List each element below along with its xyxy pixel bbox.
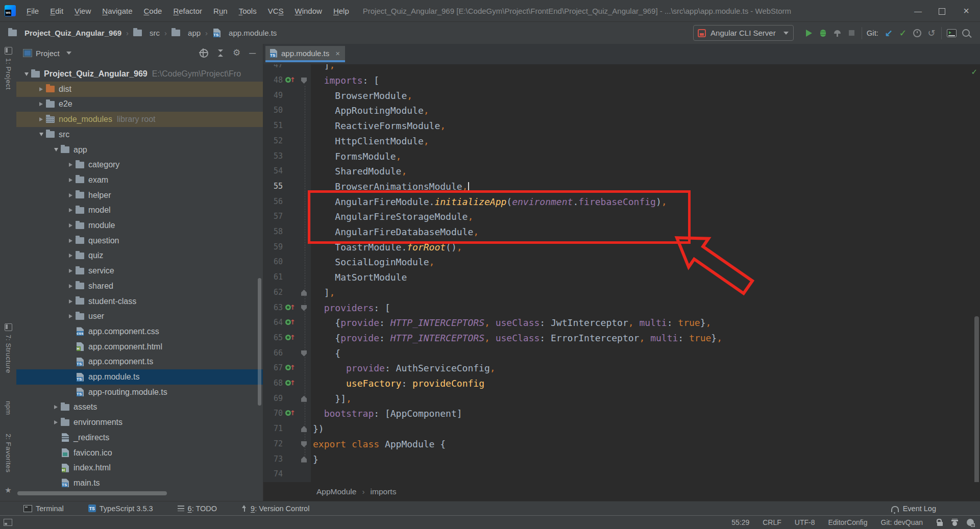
override-gutter-icon[interactable]: ↑	[285, 410, 296, 416]
code-line-49[interactable]: 49 BrowserModule,	[263, 88, 980, 104]
code-line-64[interactable]: 64↑ {provide: HTTP_INTERCEPTORS, useClas…	[263, 315, 980, 331]
collapsed-arrow-icon[interactable]	[69, 163, 72, 167]
tree-item-model[interactable]: model	[16, 203, 263, 218]
run-button[interactable]	[802, 27, 816, 40]
override-gutter-icon[interactable]: ↑	[285, 305, 296, 310]
line-separator[interactable]: CRLF	[763, 518, 781, 526]
fold-marker-icon[interactable]	[301, 78, 307, 84]
tree-vertical-scrollbar[interactable]	[258, 278, 261, 406]
tree-item-service[interactable]: service	[16, 263, 263, 279]
tree-item-main-ts[interactable]: TSmain.ts	[16, 475, 263, 491]
tree-item-category[interactable]: category	[16, 157, 263, 172]
tree-item-app[interactable]: app	[16, 142, 263, 158]
tree-horizontal-scrollbar[interactable]	[17, 491, 167, 495]
collapsed-arrow-icon[interactable]	[69, 223, 72, 228]
menu-view[interactable]: View	[69, 7, 96, 15]
override-gutter-icon[interactable]: ↑	[285, 335, 296, 340]
code-line-63[interactable]: 63↑ providers: [	[263, 300, 980, 316]
collapsed-arrow-icon[interactable]	[69, 254, 72, 258]
collapsed-arrow-icon[interactable]	[69, 314, 72, 318]
collapsed-arrow-icon[interactable]	[69, 208, 72, 212]
sidebar-item-favorites[interactable]: 2: Favorites	[0, 434, 16, 473]
sidebar-item-project[interactable]: 1: Project	[0, 47, 16, 90]
menu-help[interactable]: Help	[328, 7, 355, 15]
collapsed-arrow-icon[interactable]	[39, 87, 43, 91]
code-line-66[interactable]: 66 {	[263, 346, 980, 361]
git-rollback-icon[interactable]: ↺	[924, 27, 939, 40]
menu-code[interactable]: Code	[138, 7, 168, 15]
tree-item--redirects[interactable]: _redirects	[16, 430, 263, 445]
code-line-51[interactable]: 51 ReactiveFormsModule,	[263, 118, 980, 134]
expanded-arrow-icon[interactable]	[24, 72, 29, 76]
toolwindow-button-event-log[interactable]: Event Log	[891, 505, 936, 513]
fold-marker-icon[interactable]	[301, 396, 307, 402]
tree-item-dist[interactable]: dist	[16, 82, 263, 97]
fold-marker-icon[interactable]	[301, 441, 307, 447]
inspection-status-icon[interactable]: ✓	[971, 67, 977, 77]
toolwindow-button-typescript-3-5-3[interactable]: TSTypeScript 3.5.3	[88, 505, 153, 513]
favorites-star-icon[interactable]: ★	[0, 486, 16, 495]
sidebar-item-npm[interactable]: npm	[0, 401, 16, 415]
fold-marker-icon[interactable]	[301, 350, 307, 357]
code-line-72[interactable]: 72export class AppModule {	[263, 437, 980, 452]
override-gutter-icon[interactable]: ↑	[285, 77, 296, 83]
highlighting-level-icon[interactable]	[967, 519, 974, 526]
tree-item-app-component-ts[interactable]: TSapp.component.ts	[16, 354, 263, 369]
collapsed-arrow-icon[interactable]	[54, 405, 58, 409]
fold-marker-icon[interactable]	[301, 426, 307, 432]
breadcrumb-item-app[interactable]: app	[172, 29, 201, 37]
tree-item-environments[interactable]: environments	[16, 415, 263, 430]
tree-item-shared[interactable]: shared	[16, 279, 263, 294]
search-everywhere-icon[interactable]	[959, 27, 973, 40]
override-gutter-icon[interactable]: ↑	[285, 365, 296, 370]
code-line-73[interactable]: 73}	[263, 452, 980, 467]
code-line-69[interactable]: 69 }],	[263, 391, 980, 407]
fold-marker-icon[interactable]	[301, 305, 307, 311]
hector-inspector-icon[interactable]	[951, 519, 958, 526]
menu-navigate[interactable]: Navigate	[96, 7, 138, 15]
breadcrumb-appmodule[interactable]: AppModule	[316, 487, 356, 496]
code-line-52[interactable]: 52 HttpClientModule,	[263, 134, 980, 149]
tab-app-module-ts[interactable]: TS app.module.ts ×	[265, 46, 345, 62]
tree-item-app-module-ts[interactable]: TSapp.module.ts	[16, 369, 263, 385]
fold-marker-icon[interactable]	[301, 290, 307, 296]
tree-item-student-class[interactable]: student-class	[16, 294, 263, 309]
caret-position[interactable]: 55:29	[731, 518, 749, 526]
editorconfig-status[interactable]: EditorConfig	[828, 518, 867, 526]
code-line-70[interactable]: 70↑ bootstrap: [AppComponent]	[263, 406, 980, 421]
tree-item-app-routing-module-ts[interactable]: TSapp-routing.module.ts	[16, 385, 263, 400]
expanded-arrow-icon[interactable]	[39, 133, 43, 136]
debug-button[interactable]	[816, 27, 830, 40]
menu-run[interactable]: Run	[208, 7, 233, 15]
tab-close-icon[interactable]: ×	[335, 49, 340, 58]
collapsed-arrow-icon[interactable]	[39, 102, 43, 106]
breadcrumb-item-app-module-ts[interactable]: TSapp.module.ts	[212, 29, 277, 37]
tree-item-app-component-css[interactable]: cssapp.component.css	[16, 324, 263, 339]
code-line-65[interactable]: 65↑ {provide: HTTP_INTERCEPTORS, useClas…	[263, 331, 980, 346]
code-line-67[interactable]: 67↑ provide: AuthServiceConfig,	[263, 361, 980, 376]
git-update-icon[interactable]: ↙	[881, 27, 896, 40]
override-gutter-icon[interactable]: ↑	[285, 380, 296, 386]
tree-item-assets[interactable]: assets	[16, 399, 263, 415]
code-line-62[interactable]: 62 ],	[263, 285, 980, 300]
editor-scrollbar[interactable]	[974, 316, 979, 482]
expanded-arrow-icon[interactable]	[54, 148, 58, 152]
code-line-68[interactable]: 68↑ useFactory: provideConfig	[263, 376, 980, 391]
tree-item-exam[interactable]: exam	[16, 172, 263, 188]
collapsed-arrow-icon[interactable]	[54, 420, 58, 424]
write-lock-icon[interactable]	[937, 522, 943, 526]
collapse-all-icon[interactable]	[217, 49, 224, 57]
breadcrumb-imports[interactable]: imports	[371, 487, 397, 496]
menu-tools[interactable]: Tools	[233, 7, 262, 15]
tree-item-project-quiz-angular-969[interactable]: Project_Quiz_Angular_969E:\CodeGym\Proje…	[16, 66, 263, 82]
code-line-61[interactable]: 61 MatSortModule	[263, 270, 980, 285]
breadcrumb-item-src[interactable]: src	[133, 29, 160, 37]
tree-item-user[interactable]: user	[16, 309, 263, 324]
tree-item-favicon-ico[interactable]: favicon.ico	[16, 445, 263, 461]
tree-item-helper[interactable]: helper	[16, 188, 263, 203]
tree-item-quiz[interactable]: quiz	[16, 248, 263, 263]
menu-window[interactable]: Window	[289, 7, 328, 15]
tree-item-index-html[interactable]: Hindex.html	[16, 460, 263, 475]
code-line-60[interactable]: 60 SocialLoginModule,	[263, 255, 980, 270]
toolwindow-button-6-todo[interactable]: 6: TODO	[178, 505, 217, 513]
